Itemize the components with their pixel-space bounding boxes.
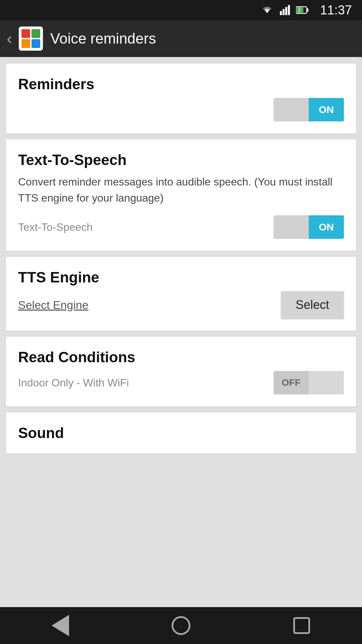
read-conditions-toggle-off: OFF (274, 371, 309, 394)
nav-recent-button[interactable] (285, 614, 318, 637)
read-conditions-title: Read Conditions (18, 349, 344, 366)
status-bar: 11:37 (0, 0, 362, 20)
svg-rect-2 (285, 7, 287, 15)
reminders-title: Reminders (18, 76, 344, 93)
select-engine-link[interactable]: Select Engine (18, 299, 88, 312)
tts-toggle-row: Text-To-Speech ON (18, 215, 344, 239)
app-bar: ‹ Voice reminders (0, 20, 362, 57)
bottom-nav (0, 607, 362, 644)
svg-rect-3 (288, 5, 290, 15)
tts-toggle-on: ON (309, 215, 344, 239)
status-time: 11:37 (320, 3, 352, 17)
battery-icon (296, 5, 309, 15)
app-icon-cell-4 (32, 39, 40, 48)
sound-title: Sound (18, 425, 344, 441)
wifi-icon (260, 5, 274, 15)
back-button[interactable]: ‹ (7, 31, 12, 47)
app-icon (19, 26, 43, 51)
tts-card: Text-To-Speech Convert reminder messages… (6, 140, 356, 251)
svg-rect-5 (307, 8, 308, 12)
back-icon (52, 615, 69, 636)
reminders-card: Reminders ON (6, 64, 356, 133)
sound-card: Sound (6, 413, 356, 453)
tts-toggle-off (274, 215, 309, 239)
read-conditions-toggle[interactable]: OFF (274, 371, 344, 394)
nav-back-button[interactable] (44, 614, 77, 637)
svg-rect-6 (297, 7, 303, 13)
tts-description: Convert reminder messages into audible s… (18, 174, 344, 206)
reminders-toggle-row: ON (18, 98, 344, 121)
recent-icon (293, 617, 310, 634)
home-icon (172, 616, 190, 635)
tts-toggle-label: Text-To-Speech (18, 221, 93, 233)
content-area: Reminders ON Text-To-Speech Convert remi… (0, 57, 362, 607)
read-conditions-card: Read Conditions Indoor Only - With WiFi … (6, 337, 356, 407)
svg-rect-1 (283, 9, 285, 15)
app-icon-cell-1 (21, 29, 30, 38)
read-conditions-toggle-label: Indoor Only - With WiFi (18, 377, 129, 389)
tts-toggle[interactable]: ON (274, 215, 344, 239)
select-engine-button[interactable]: Select (281, 291, 344, 319)
svg-rect-0 (280, 11, 282, 15)
read-conditions-toggle-empty (309, 371, 344, 394)
nav-home-button[interactable] (164, 614, 198, 637)
signal-icon (280, 5, 290, 15)
tts-engine-title: TTS Engine (18, 269, 344, 286)
app-bar-title: Voice reminders (50, 30, 156, 47)
reminders-toggle-off (274, 98, 309, 121)
app-icon-cell-3 (21, 39, 30, 48)
tts-engine-card: TTS Engine Select Engine Select (6, 257, 356, 331)
tts-title: Text-To-Speech (18, 152, 344, 168)
reminders-toggle-on: ON (309, 98, 344, 121)
reminders-toggle[interactable]: ON (274, 98, 344, 121)
tts-engine-select-row: Select Engine Select (18, 291, 344, 319)
read-conditions-toggle-row: Indoor Only - With WiFi OFF (18, 371, 344, 394)
app-icon-cell-2 (32, 29, 40, 38)
status-icons: 11:37 (260, 3, 352, 17)
